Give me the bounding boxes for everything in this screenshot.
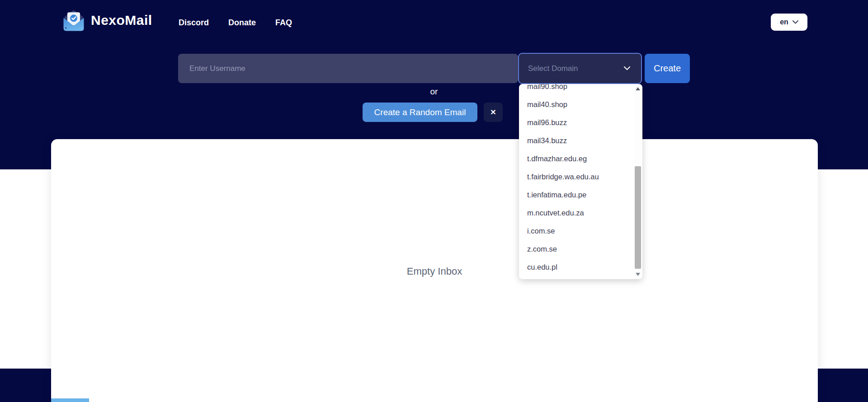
domain-option[interactable]: t.ienfatima.edu.pe	[519, 186, 642, 204]
close-icon: ✕	[490, 108, 496, 117]
domain-option[interactable]: mail40.shop	[519, 95, 642, 113]
envelope-check-icon	[60, 7, 87, 34]
header: NexoMail Discord Donate FAQ en	[0, 0, 868, 41]
chevron-down-icon	[793, 20, 798, 24]
domain-option[interactable]: i.com.se	[519, 222, 642, 240]
scrollbar-thumb[interactable]	[635, 166, 641, 269]
domain-option[interactable]: mail34.buzz	[519, 131, 642, 150]
nav-link-faq[interactable]: FAQ	[275, 18, 292, 28]
domain-option[interactable]: t.fairbridge.wa.edu.au	[519, 168, 642, 186]
nav-link-donate[interactable]: Donate	[228, 18, 256, 28]
create-button[interactable]: Create	[645, 54, 690, 83]
domain-option-list: mail90.shop mail40.shop mail96.buzz mail…	[519, 84, 642, 276]
inbox-panel: Empty Inbox	[51, 139, 818, 402]
bottom-cutoff-element	[51, 398, 89, 402]
domain-option[interactable]: mail90.shop	[519, 84, 642, 95]
clear-button[interactable]: ✕	[484, 103, 503, 122]
language-value: en	[780, 18, 788, 26]
brand-name: NexoMail	[91, 13, 152, 28]
scrollbar-up-icon[interactable]	[636, 87, 640, 90]
empty-inbox-label: Empty Inbox	[51, 266, 818, 277]
domain-option[interactable]: mail96.buzz	[519, 113, 642, 131]
page: Empty Inbox NexoMail Disc	[0, 0, 868, 402]
chevron-down-icon	[624, 66, 630, 70]
domain-option[interactable]: cu.edu.pl	[519, 258, 642, 276]
brand-logo[interactable]: NexoMail	[60, 7, 152, 34]
username-input[interactable]	[178, 54, 518, 83]
nav-link-discord[interactable]: Discord	[179, 18, 209, 28]
domain-option[interactable]: t.dfmazhar.edu.eg	[519, 150, 642, 168]
domain-select[interactable]: Select Domain	[518, 53, 642, 84]
domain-option[interactable]: m.ncutvet.edu.za	[519, 204, 642, 222]
dropdown-scrollbar[interactable]	[634, 84, 642, 279]
domain-option[interactable]: z.com.se	[519, 240, 642, 258]
domain-dropdown-panel: mail90.shop mail40.shop mail96.buzz mail…	[519, 84, 642, 279]
create-random-email-button[interactable]: Create a Random Email	[363, 103, 477, 122]
main-nav: Discord Donate FAQ	[179, 18, 292, 28]
language-selector[interactable]: en	[771, 14, 807, 31]
domain-select-value: Select Domain	[528, 64, 578, 73]
scrollbar-down-icon[interactable]	[636, 273, 640, 276]
